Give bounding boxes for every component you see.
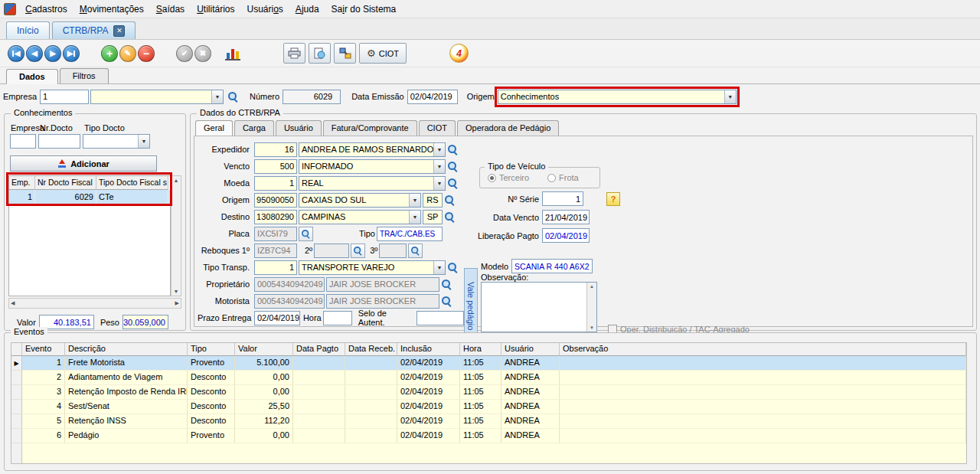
eventos-header-cell[interactable]: Inclusão [397, 343, 460, 356]
chevron-down-icon[interactable]: ▼ [433, 261, 445, 274]
eventos-grid[interactable]: EventoDescriçãoTipoValorData PagtoData R… [11, 342, 967, 464]
eventos-header-cell[interactable]: Descrição [65, 343, 188, 356]
expedidor-search-icon[interactable] [447, 144, 459, 155]
menu-item[interactable]: Usuários [240, 1, 289, 18]
eventos-header-cell[interactable]: Tipo [188, 343, 235, 356]
close-tab-icon[interactable]: ✕ [113, 25, 125, 37]
eventos-header-cell[interactable]: Valor [235, 343, 293, 356]
tab-filtros[interactable]: Filtros [60, 68, 109, 83]
con-empresa-input[interactable] [10, 134, 36, 149]
grid-header-cell[interactable]: Emp. [9, 176, 35, 190]
grid-row[interactable]: 16029CTe [9, 190, 170, 204]
empresa-search-icon[interactable] [227, 91, 239, 103]
eventos-header-cell[interactable]: Data Receb. [345, 343, 397, 356]
data-vencto-input[interactable]: 21/04/2019 [542, 210, 590, 224]
eventos-header-cell[interactable]: Data Pagto [293, 343, 345, 356]
report-button[interactable] [309, 43, 331, 64]
ctrb-tab-operadora-de-ped-gio[interactable]: Operadora de Pedágio [457, 120, 559, 136]
reboque2-input[interactable] [314, 244, 349, 258]
expedidor-code-input[interactable]: 16 [254, 142, 297, 157]
tab-dados[interactable]: Dados [6, 69, 58, 84]
destino-search-icon[interactable] [444, 211, 456, 223]
chevron-down-icon[interactable]: ▼ [211, 90, 223, 103]
reboque3-search-button[interactable] [408, 244, 423, 258]
conhecimentos-grid-vscrollbar[interactable]: ▲▼ [171, 175, 181, 296]
ctrb-tab-geral[interactable]: Geral [195, 120, 233, 136]
eventos-header-cell[interactable]: Evento [22, 343, 65, 356]
radio-frota[interactable] [547, 174, 556, 182]
chevron-down-icon[interactable]: ▼ [433, 160, 445, 173]
origem-search-icon[interactable] [444, 195, 456, 206]
eventos-row[interactable]: 5Retenção INSSDesconto112,2002/04/201911… [11, 414, 966, 429]
ctrb-tab-carga[interactable]: Carga [234, 120, 274, 136]
conhecimentos-grid-hscrollbar[interactable]: ◀▶ [8, 298, 181, 309]
add-record-button[interactable]: + [101, 45, 118, 62]
menu-item[interactable]: Saídas [150, 1, 191, 18]
destino-city-combo[interactable]: CAMPINAS▼ [299, 210, 421, 224]
observacao-scrollbar[interactable]: ▲▼ [586, 283, 596, 332]
eventos-row[interactable]: 3Retenção Imposto de Renda IRFDesconto0,… [11, 385, 966, 400]
selo-input[interactable] [416, 311, 464, 325]
moeda-combo[interactable]: REAL▼ [299, 176, 446, 191]
delete-record-button[interactable]: − [138, 45, 155, 62]
eventos-row[interactable]: ▶1Frete MotoristaProvento5.100,0002/04/2… [11, 356, 966, 371]
menu-item[interactable]: Movimentações [74, 1, 150, 18]
radio-terceiro[interactable] [488, 174, 496, 182]
tipo-transp-combo[interactable]: TRANSPORTE VAREJO▼ [299, 260, 446, 275]
adicionar-button[interactable]: Adicionar [10, 155, 157, 172]
origem-city-combo[interactable]: CAXIAS DO SUL▼ [299, 193, 421, 208]
print-button[interactable] [283, 43, 305, 64]
hora-input[interactable] [323, 311, 352, 325]
chevron-down-icon[interactable]: ▼ [433, 177, 445, 190]
edit-record-button[interactable]: ✎ [119, 45, 136, 62]
ctrb-tab-usu-rio[interactable]: Usuário [276, 120, 322, 136]
vencto-code-input[interactable]: 500 [254, 159, 297, 174]
chart-button[interactable] [225, 47, 240, 60]
eventos-header-cell[interactable]: Hora [460, 343, 501, 356]
chevron-down-icon[interactable]: ▼ [409, 194, 420, 207]
proprietario-search-icon[interactable] [441, 279, 452, 290]
scroll-up-icon[interactable]: ▲ [590, 284, 594, 289]
scroll-left-icon[interactable]: ◀ [11, 300, 15, 306]
previous-record-button[interactable]: ◀ [26, 45, 43, 62]
moeda-code-input[interactable]: 1 [254, 176, 297, 191]
scroll-down-icon[interactable]: ▼ [590, 325, 594, 330]
brand-logo-icon[interactable]: 4 [449, 44, 469, 63]
prazo-input[interactable]: 02/04/2019 [254, 311, 300, 325]
grid-header-cell[interactable]: Nr Docto Fiscal [35, 176, 96, 190]
cancel-button[interactable]: ✖ [194, 45, 211, 62]
next-record-button[interactable]: ▶ [44, 45, 61, 62]
eventos-header-cell[interactable]: Usuário [501, 343, 560, 356]
motorista-search-icon[interactable] [441, 296, 452, 307]
chevron-down-icon[interactable]: ▼ [409, 211, 420, 224]
expedidor-combo[interactable]: ANDREA DE RAMOS BERNARDO▼ [299, 142, 446, 157]
tipo-transp-search-icon[interactable] [447, 262, 459, 273]
origem-code-input[interactable]: 95090050 [254, 193, 297, 208]
first-record-button[interactable]: ◀ [8, 45, 24, 62]
menu-item[interactable]: Utilitários [191, 1, 240, 18]
eventos-header-cell[interactable]: Observação [560, 343, 966, 356]
eventos-row[interactable]: 2Adiantamento de ViagemDesconto0,0002/04… [11, 371, 966, 385]
vencto-search-icon[interactable] [447, 161, 459, 172]
scroll-down-icon[interactable]: ▼ [174, 289, 179, 294]
scroll-up-icon[interactable]: ▲ [174, 178, 179, 183]
moeda-search-icon[interactable] [447, 178, 459, 189]
tipo-transp-code-input[interactable]: 1 [254, 260, 297, 275]
empresa-input[interactable]: 1 [40, 90, 89, 104]
placa-search-button[interactable] [299, 227, 313, 241]
con-nrdocto-input[interactable] [38, 134, 80, 149]
grid-header-cell[interactable]: Tipo Docto Fiscal s [96, 176, 168, 190]
last-record-button[interactable]: ▶ [63, 45, 80, 62]
con-tipodocto-combo[interactable]: ▼ [83, 134, 150, 149]
origem-uf-input[interactable]: RS [423, 193, 443, 208]
chevron-down-icon[interactable]: ▼ [724, 90, 736, 103]
reboque3-input[interactable] [379, 244, 407, 258]
destino-uf-input[interactable]: SP [423, 210, 443, 224]
ctrb-tab-ciot[interactable]: CIOT [419, 120, 456, 136]
confirm-button[interactable]: ✔ [176, 45, 193, 62]
observacao-textarea[interactable]: ▲▼ [481, 282, 597, 332]
menu-item[interactable]: Sair do Sistema [325, 1, 403, 18]
destino-code-input[interactable]: 13080290 [254, 210, 297, 224]
empresa-combo[interactable]: ▼ [90, 90, 224, 104]
chevron-down-icon[interactable]: ▼ [433, 143, 445, 156]
